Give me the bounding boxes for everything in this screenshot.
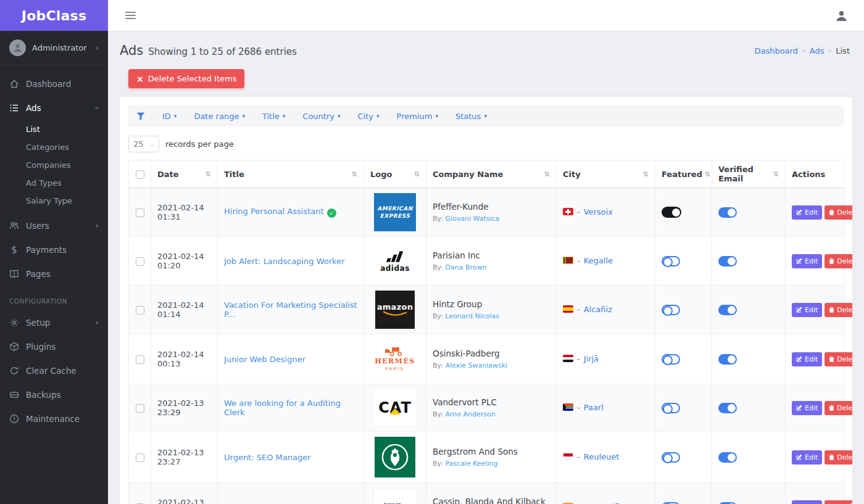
- edit-button[interactable]: Edit: [792, 254, 822, 268]
- ad-title-link[interactable]: Vacation For Marketing Specialist P...: [224, 300, 357, 319]
- select-all-checkbox[interactable]: [136, 170, 144, 179]
- featured-toggle[interactable]: [662, 403, 680, 413]
- posted-by-link[interactable]: Alexie Swaniawski: [445, 361, 507, 370]
- avatar: [9, 39, 26, 56]
- city-link[interactable]: - Reuleuet: [563, 452, 619, 461]
- featured-toggle[interactable]: [662, 207, 681, 218]
- sidebar-item-ads[interactable]: Ads ›: [0, 96, 108, 120]
- filter-date-range[interactable]: Date range▾: [194, 112, 245, 121]
- verified-email-toggle[interactable]: [718, 354, 737, 365]
- delete-button[interactable]: Delete: [825, 205, 852, 220]
- edit-button[interactable]: Edit: [792, 450, 822, 465]
- sidebar-item-maintenance[interactable]: Maintenance: [0, 407, 108, 431]
- filter-premium[interactable]: Premium▾: [397, 112, 438, 121]
- delete-button[interactable]: Delete: [825, 500, 852, 504]
- row-checkbox[interactable]: [136, 453, 144, 462]
- sort-icon[interactable]: ⇅: [705, 170, 710, 178]
- column-city[interactable]: City⇅: [557, 160, 655, 188]
- sidebar-user-menu[interactable]: Administrator ›: [0, 31, 108, 65]
- delete-button[interactable]: Delete: [825, 303, 852, 317]
- sort-icon[interactable]: ⇅: [414, 170, 420, 178]
- featured-toggle[interactable]: [662, 502, 680, 504]
- edit-button[interactable]: Edit: [792, 500, 822, 504]
- ad-title-link[interactable]: Urgent: SEO Manager: [224, 453, 311, 462]
- posted-by-link[interactable]: Pascale Keeling: [445, 460, 497, 468]
- featured-toggle[interactable]: [662, 305, 680, 315]
- row-checkbox[interactable]: [136, 306, 144, 315]
- delete-button[interactable]: Delete: [825, 401, 852, 415]
- sidebar-item-pages[interactable]: Pages: [0, 262, 108, 286]
- submenu-item-salary-type[interactable]: Salary Type: [0, 192, 108, 210]
- ad-title-link[interactable]: We are looking for a Auditing Clerk: [224, 399, 341, 417]
- edit-button[interactable]: Edit: [792, 205, 822, 220]
- verified-email-toggle[interactable]: [718, 305, 737, 315]
- column-title[interactable]: Title⇅: [218, 160, 364, 188]
- posted-by-link[interactable]: Arno Anderson: [445, 410, 495, 418]
- column-date[interactable]: Date⇅: [151, 160, 218, 188]
- filter-id[interactable]: ID▾: [162, 112, 177, 121]
- hamburger-menu-icon[interactable]: [124, 9, 137, 22]
- submenu-item-categories[interactable]: Categories: [0, 138, 108, 156]
- delete-button[interactable]: Delete: [825, 254, 852, 268]
- filter-city[interactable]: City▾: [358, 112, 380, 121]
- verified-email-toggle[interactable]: [718, 207, 737, 218]
- row-checkbox[interactable]: [136, 404, 144, 413]
- sidebar-item-plugins[interactable]: Plugins: [0, 334, 108, 358]
- verified-email-toggle[interactable]: [718, 256, 737, 266]
- row-checkbox[interactable]: [136, 355, 144, 364]
- edit-button[interactable]: Edit: [792, 303, 822, 317]
- delete-button[interactable]: Delete: [825, 352, 852, 366]
- posted-by-link[interactable]: Leonard Nicolas: [445, 312, 499, 320]
- posted-by-link[interactable]: Giovani Watsica: [445, 215, 499, 223]
- sort-icon[interactable]: ⇅: [206, 170, 211, 178]
- delete-button[interactable]: Delete: [825, 450, 852, 465]
- verified-email-toggle[interactable]: [718, 502, 737, 504]
- sidebar-item-payments[interactable]: $ Payments: [0, 238, 108, 262]
- ad-title-link[interactable]: Hiring Personal Assistant: [224, 207, 324, 216]
- filter-country[interactable]: Country▾: [302, 112, 340, 121]
- filter-status[interactable]: Status▾: [455, 112, 487, 121]
- sidebar-item-backups[interactable]: Backups: [0, 382, 108, 407]
- delete-selected-button[interactable]: × Delete Selected Items: [128, 69, 244, 88]
- column-verified-email[interactable]: Verified Email⇅: [712, 160, 786, 188]
- submenu-item-ad-types[interactable]: Ad Types: [0, 174, 108, 192]
- sidebar-item-setup[interactable]: Setup ›: [0, 310, 108, 334]
- verified-email-toggle[interactable]: [718, 403, 737, 413]
- per-page-select[interactable]: 25 ⌄: [128, 136, 159, 152]
- verified-email-toggle[interactable]: [718, 452, 737, 463]
- sort-icon[interactable]: ⇅: [352, 170, 357, 178]
- submenu-item-list[interactable]: List: [0, 120, 108, 138]
- submenu-item-companies[interactable]: Companies: [0, 156, 108, 174]
- city-link[interactable]: - Alcañiz: [563, 305, 612, 314]
- breadcrumb-ads[interactable]: Ads: [810, 46, 825, 56]
- brand-logo[interactable]: JobClass: [0, 0, 108, 31]
- featured-toggle[interactable]: [662, 256, 680, 266]
- edit-button[interactable]: Edit: [792, 352, 822, 366]
- ad-title-link[interactable]: Job Alert: Landscaping Worker: [224, 257, 345, 266]
- column-featured[interactable]: Featured⇅: [655, 160, 712, 188]
- city-link[interactable]: - Kegalle: [563, 256, 613, 265]
- sort-icon[interactable]: ⇅: [773, 170, 779, 178]
- edit-button[interactable]: Edit: [792, 401, 822, 415]
- row-checkbox[interactable]: [136, 209, 144, 217]
- filter-funnel-icon[interactable]: [136, 112, 145, 120]
- breadcrumb-dashboard[interactable]: Dashboard: [754, 46, 798, 56]
- column-company-name[interactable]: Company Name⇅: [426, 160, 557, 188]
- featured-toggle[interactable]: [662, 452, 680, 463]
- featured-toggle[interactable]: [662, 354, 680, 365]
- column-logo[interactable]: Logo⇅: [364, 160, 426, 188]
- row-checkbox[interactable]: [136, 257, 144, 266]
- sidebar-item-dashboard[interactable]: Dashboard: [0, 72, 108, 96]
- sort-icon[interactable]: ⇅: [544, 170, 550, 178]
- sidebar-item-clear-cache[interactable]: Clear Cache: [0, 358, 108, 382]
- sort-icon[interactable]: ⇅: [643, 170, 649, 178]
- ad-title-link[interactable]: Junior Web Designer: [224, 355, 305, 364]
- topbar-user-icon[interactable]: [835, 9, 848, 22]
- filter-title[interactable]: Title▾: [262, 112, 285, 121]
- posted-by-link[interactable]: Dana Brown: [445, 263, 486, 271]
- city-link[interactable]: - Versoix: [563, 207, 613, 217]
- company-name: Osinski-Padberg: [433, 349, 550, 358]
- city-link[interactable]: - Paarl: [563, 403, 604, 412]
- city-link[interactable]: - Jirjā: [563, 354, 599, 363]
- sidebar-item-users[interactable]: Users ›: [0, 213, 108, 238]
